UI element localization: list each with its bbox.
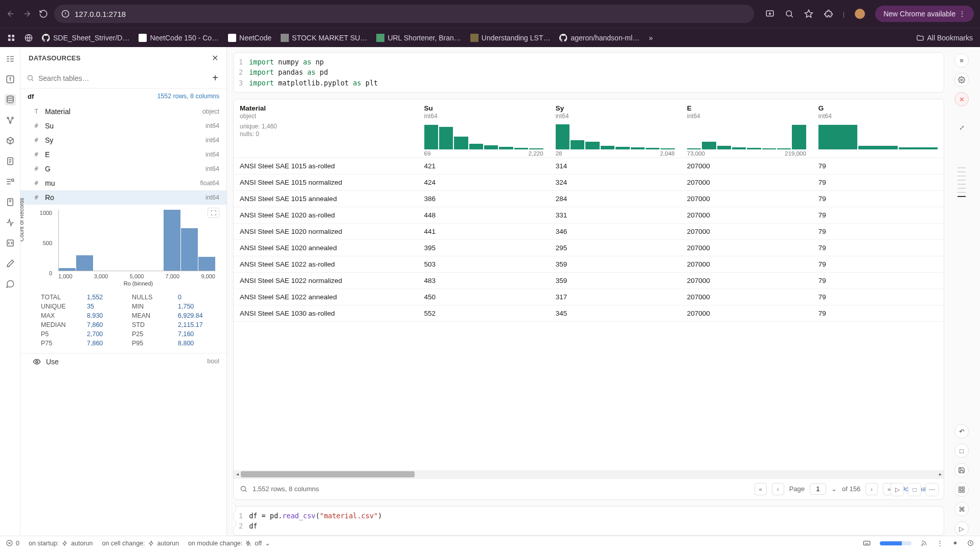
table-row[interactable]: ANSI Steel SAE 1022 as-rolled50335920700… <box>234 256 944 272</box>
rail-doc-icon[interactable] <box>5 156 16 167</box>
table-row[interactable]: ANSI Steel SAE 1020 as-rolled44833120700… <box>234 207 944 223</box>
stop-cell-icon[interactable]: □ <box>908 483 921 496</box>
code-body[interactable]: df = pd.read_csv("material.csv") df <box>249 511 382 532</box>
bookmark-item[interactable]: NeetCode 150 - Co… <box>139 34 219 42</box>
delete-cell-icon[interactable]: ✕ <box>954 92 969 106</box>
menu-icon[interactable]: ≡ <box>954 53 969 68</box>
rail-database-icon[interactable] <box>5 94 16 105</box>
keyboard-icon[interactable] <box>863 539 871 547</box>
rail-snippets-icon[interactable] <box>5 237 16 249</box>
column-row[interactable]: #Roint64 <box>20 190 226 205</box>
column-header[interactable]: Eint6473,000219,000 <box>681 99 812 158</box>
rail-notes-icon[interactable] <box>5 196 16 208</box>
close-panel-icon[interactable]: ✕ <box>212 53 218 63</box>
table-row[interactable]: ANSI Steel SAE 1020 normalized4413462070… <box>234 223 944 239</box>
search-icon[interactable] <box>240 485 247 493</box>
cell-change-mode[interactable]: on cell change: autorun <box>102 540 179 547</box>
rail-search-list-icon[interactable] <box>5 176 16 187</box>
table-row[interactable]: ANSI Steel SAE 1015 annealed386284207000… <box>234 190 944 207</box>
settings-icon[interactable] <box>954 73 969 87</box>
extensions-icon[interactable] <box>824 9 833 18</box>
startup-mode[interactable]: on startup: autorun <box>29 540 93 547</box>
rail-activity-icon[interactable] <box>5 217 16 228</box>
page-input[interactable] <box>810 483 826 495</box>
bookmarks-overflow-icon[interactable]: » <box>649 34 653 42</box>
bookmark-item[interactable]: ageron/handson-ml… <box>559 34 640 42</box>
page-prev-button[interactable]: ‹ <box>772 483 784 495</box>
page-select-icon[interactable]: ⌄ <box>831 485 837 493</box>
profile-avatar[interactable] <box>855 9 865 19</box>
sparkle-icon[interactable]: ✦ <box>952 539 958 547</box>
code-body[interactable]: import numpy as np import pandas as pd i… <box>249 57 378 88</box>
column-row[interactable]: #mufloat64 <box>20 176 226 190</box>
bookmark-item[interactable]: SDE_Sheet_Striver/D… <box>42 34 129 42</box>
bookmark-item[interactable]: URL Shortener, Bran… <box>376 34 461 42</box>
column-row[interactable]: TMaterialobject <box>20 104 226 119</box>
column-header[interactable]: Materialobjectunique: 1,460nulls: 0 <box>234 99 418 158</box>
column-header[interactable]: Suint64692,220 <box>418 99 550 158</box>
table-row[interactable]: ANSI Steel SAE 1015 normalized4243242070… <box>234 174 944 190</box>
reload-icon[interactable] <box>39 9 48 18</box>
new-chrome-button[interactable]: New Chrome available ⋮ <box>875 6 974 22</box>
scroll-left-icon[interactable]: ◂ <box>234 470 241 478</box>
table-row[interactable]: ANSI Steel SAE 1030 as-rolled55234520700… <box>234 305 944 321</box>
globe-icon[interactable] <box>25 34 33 42</box>
module-change-mode[interactable]: on module change: off ⌄ <box>188 539 270 547</box>
page-first-button[interactable]: « <box>755 483 767 495</box>
all-bookmarks-button[interactable]: All Bookmarks <box>916 34 973 42</box>
rail-edit-icon[interactable] <box>5 258 16 269</box>
table-row[interactable]: ANSI Steel SAE 1015 as-rolled42131420700… <box>234 158 944 174</box>
error-count[interactable]: 0 <box>6 540 19 547</box>
code-cell[interactable]: 12 df = pd.read_csv("material.csv") df <box>233 506 944 536</box>
rail-tree-icon[interactable] <box>5 53 16 64</box>
rail-graph-icon[interactable] <box>5 115 16 126</box>
undo-icon[interactable]: ↶ <box>954 424 969 438</box>
apps-icon[interactable] <box>7 34 15 42</box>
scrollbar-thumb[interactable] <box>241 471 415 477</box>
keyboard-icon[interactable]: ⌘ <box>954 502 969 516</box>
search-icon[interactable] <box>785 9 794 18</box>
site-info-icon[interactable] <box>61 10 70 18</box>
table-hscroll[interactable]: ◂ ▸ <box>234 470 944 478</box>
square-icon[interactable]: □ <box>954 444 969 458</box>
run-all-icon[interactable]: ▷ <box>954 521 969 536</box>
column-use-row[interactable]: Use bool <box>20 353 226 370</box>
link-icon[interactable]: ⋮ <box>937 539 943 547</box>
run-cell-icon[interactable]: ▷ <box>891 483 904 496</box>
scroll-right-icon[interactable]: ▸ <box>937 470 944 478</box>
rail-function-icon[interactable] <box>5 74 16 85</box>
address-bar[interactable]: 127.0.0.1:2718 <box>54 5 754 23</box>
rss-icon[interactable] <box>921 540 927 546</box>
table-row[interactable]: ANSI Steel SAE 1020 annealed395295207000… <box>234 239 944 256</box>
bookmark-star-icon[interactable] <box>804 9 813 18</box>
status-bar: 0 on startup: autorun on cell change: au… <box>0 536 980 550</box>
save-icon[interactable] <box>954 463 969 477</box>
table-summary-row[interactable]: df 1552 rows, 8 columns <box>20 89 226 104</box>
dataframe-output: Materialobjectunique: 1,460nulls: 0Suint… <box>233 99 944 500</box>
bookmark-item[interactable]: NeetCode <box>228 34 271 42</box>
column-row[interactable]: #Gint64 <box>20 162 226 176</box>
add-datasource-button[interactable]: + <box>210 72 220 84</box>
cell-more-icon[interactable]: ⋯ <box>925 483 939 496</box>
sync-icon[interactable] <box>967 540 974 546</box>
rail-chat-icon[interactable] <box>5 278 16 290</box>
page-next-button[interactable]: › <box>865 483 878 495</box>
column-row[interactable]: #Eint64 <box>20 147 226 162</box>
column-header[interactable]: Gint64 <box>812 99 944 158</box>
bookmark-item[interactable]: Understanding LST… <box>470 34 551 42</box>
nav-back-icon[interactable] <box>6 9 15 18</box>
install-app-icon[interactable] <box>765 9 774 18</box>
bookmark-item[interactable]: STOCK MARKET SU… <box>281 34 367 42</box>
minimap[interactable] <box>958 167 966 197</box>
expand-icon[interactable]: ⤢ <box>959 124 965 131</box>
table-row[interactable]: ANSI Steel SAE 1022 annealed450317207000… <box>234 289 944 305</box>
rail-package-icon[interactable] <box>5 135 16 146</box>
column-row[interactable]: #Syint64 <box>20 133 226 147</box>
table-row[interactable]: ANSI Steel SAE 1022 normalized4833592070… <box>234 272 944 289</box>
column-header[interactable]: Syint64282,048 <box>550 99 681 158</box>
search-tables-input[interactable] <box>38 74 206 82</box>
grid-icon[interactable] <box>954 482 969 497</box>
column-row[interactable]: #Suint64 <box>20 119 226 133</box>
nav-forward-icon[interactable] <box>22 9 32 18</box>
code-cell[interactable]: 123 import numpy as np import pandas as … <box>233 52 944 93</box>
